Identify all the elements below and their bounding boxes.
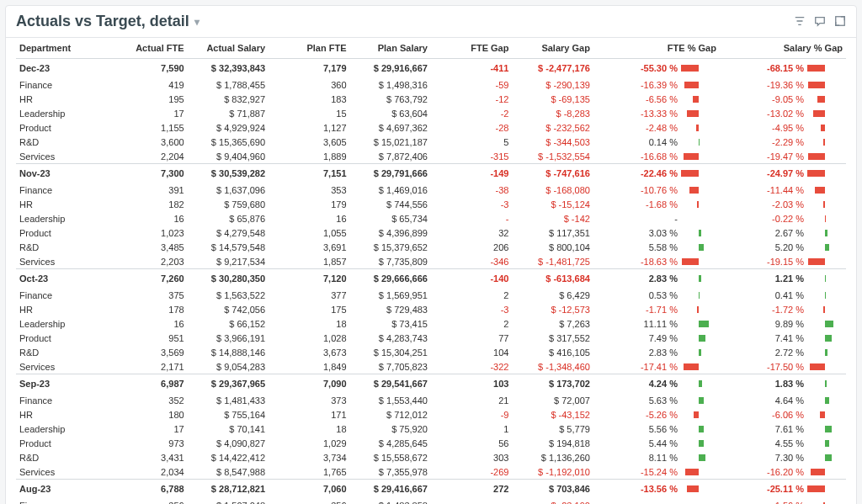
table-row[interactable]: R&D 3,485 $ 14,579,548 3,691 $ 15,379,65… bbox=[16, 240, 846, 254]
pct-value: -17.50 % bbox=[767, 362, 804, 372]
col-salary-pct-gap[interactable]: Salary % Gap bbox=[720, 38, 846, 59]
pct-value: - bbox=[674, 501, 678, 505]
pct-value: 5.63 % bbox=[649, 395, 678, 406]
group-row[interactable]: Oct-23 7,260 $ 30,280,350 7,120 $ 29,666… bbox=[16, 269, 846, 289]
table-row[interactable]: Leadership 17 $ 70,141 18 $ 75,920 1 $ 5… bbox=[16, 422, 846, 436]
bar-indicator bbox=[681, 363, 716, 371]
pct-value: 5.20 % bbox=[775, 242, 804, 252]
bar-indicator bbox=[807, 186, 843, 194]
pct-value: 11.11 % bbox=[644, 319, 678, 329]
table-row[interactable]: HR 180 $ 755,164 171 $ 712,012 -9 $ -43,… bbox=[16, 407, 846, 422]
pct-value: -1.56 % bbox=[772, 501, 804, 505]
pct-value: 7.30 % bbox=[775, 453, 804, 463]
bar-indicator bbox=[681, 334, 716, 342]
pct-value: -16.20 % bbox=[767, 467, 804, 477]
pct-value: 1.83 % bbox=[775, 379, 804, 389]
bar-indicator bbox=[681, 152, 716, 161]
pct-value: -10.76 % bbox=[641, 185, 678, 195]
table-row[interactable]: Finance 356 $ 1,507,048 356 $ 1,483,858 … bbox=[16, 498, 846, 504]
col-plan-salary[interactable]: Plan Salary bbox=[350, 38, 431, 59]
bar-indicator bbox=[807, 95, 843, 103]
pct-value: -19.47 % bbox=[767, 151, 804, 162]
pct-value: -1.71 % bbox=[646, 305, 678, 315]
pct-value: -2.03 % bbox=[772, 199, 804, 210]
dept-cell: HR bbox=[16, 197, 106, 211]
table-row[interactable]: Services 2,203 $ 9,217,534 1,857 $ 7,735… bbox=[16, 254, 846, 269]
pct-value: -13.02 % bbox=[767, 109, 804, 119]
group-row[interactable]: Aug-23 6,788 $ 28,712,821 7,060 $ 29,416… bbox=[16, 480, 846, 499]
table-row[interactable]: Services 2,204 $ 9,404,960 1,889 $ 7,872… bbox=[16, 149, 846, 164]
col-salary-gap[interactable]: Salary Gap bbox=[512, 38, 593, 59]
dept-cell: Leadership bbox=[16, 106, 106, 120]
dept-cell: Finance bbox=[16, 288, 106, 302]
dept-cell: Finance bbox=[16, 498, 106, 504]
bar-indicator bbox=[807, 138, 843, 146]
group-row[interactable]: Sep-23 6,987 $ 29,367,965 7,090 $ 29,541… bbox=[16, 374, 846, 394]
panel-title-text: Actuals vs Target, detail bbox=[16, 13, 189, 30]
bar-indicator bbox=[807, 454, 843, 462]
table-row[interactable]: Product 973 $ 4,090,827 1,029 $ 4,285,64… bbox=[16, 436, 846, 450]
group-row[interactable]: Nov-23 7,300 $ 30,539,282 7,151 $ 29,791… bbox=[16, 164, 846, 183]
table-row[interactable]: HR 195 $ 832,927 183 $ 763,792 -12 $ -69… bbox=[16, 92, 846, 106]
col-plan-fte[interactable]: Plan FTE bbox=[269, 38, 349, 59]
table-row[interactable]: Product 951 $ 3,966,191 1,028 $ 4,283,74… bbox=[16, 331, 846, 345]
bar-indicator bbox=[681, 274, 716, 283]
comment-icon[interactable] bbox=[814, 15, 826, 29]
col-actual-fte[interactable]: Actual FTE bbox=[106, 38, 187, 59]
bar-indicator bbox=[681, 379, 716, 388]
col-fte-pct-gap[interactable]: FTE % Gap bbox=[593, 38, 720, 59]
panel-title[interactable]: Actuals vs Target, detail ▾ bbox=[16, 13, 200, 30]
dept-cell: Product bbox=[16, 436, 106, 450]
table-row[interactable]: Leadership 16 $ 65,876 16 $ 65,734 - $ -… bbox=[16, 211, 846, 225]
table-row[interactable]: Finance 391 $ 1,637,096 353 $ 1,469,016 … bbox=[16, 183, 846, 197]
col-fte-gap[interactable]: FTE Gap bbox=[431, 38, 512, 59]
expand-icon[interactable] bbox=[834, 15, 846, 29]
bar-indicator bbox=[681, 501, 716, 505]
table-row[interactable]: R&D 3,431 $ 14,422,412 3,734 $ 15,558,67… bbox=[16, 450, 846, 464]
table-row[interactable]: Leadership 17 $ 71,887 15 $ 63,604 -2 $ … bbox=[16, 106, 846, 120]
pct-value: -19.15 % bbox=[767, 257, 804, 267]
col-actual-salary[interactable]: Actual Salary bbox=[188, 38, 269, 59]
pct-value: -24.97 % bbox=[767, 168, 804, 178]
dept-cell: HR bbox=[16, 92, 106, 106]
dept-cell: HR bbox=[16, 407, 106, 422]
pct-value: -55.30 % bbox=[641, 63, 678, 73]
panel-header: Actuals vs Target, detail ▾ bbox=[6, 6, 856, 38]
dept-cell: Services bbox=[16, 149, 106, 164]
table-row[interactable]: R&D 3,569 $ 14,888,146 3,673 $ 15,304,25… bbox=[16, 345, 846, 359]
pct-value: 1.21 % bbox=[775, 273, 804, 284]
dept-cell: Leadership bbox=[16, 422, 106, 436]
table-row[interactable]: Services 2,034 $ 8,547,988 1,765 $ 7,355… bbox=[16, 464, 846, 480]
table-row[interactable]: Product 1,023 $ 4,279,548 1,055 $ 4,396,… bbox=[16, 225, 846, 240]
table-row[interactable]: HR 178 $ 742,056 175 $ 729,483 -3 $ -12,… bbox=[16, 302, 846, 316]
pct-value: -6.56 % bbox=[646, 94, 678, 104]
report-panel: Actuals vs Target, detail ▾ Department A… bbox=[5, 5, 857, 504]
table-row[interactable]: Leadership 16 $ 66,152 18 $ 73,415 2 $ 7… bbox=[16, 316, 846, 331]
dept-cell: R&D bbox=[16, 345, 106, 359]
bar-indicator bbox=[681, 200, 716, 209]
dept-cell: HR bbox=[16, 302, 106, 316]
table-row[interactable]: Services 2,171 $ 9,054,283 1,849 $ 7,705… bbox=[16, 359, 846, 374]
bar-indicator bbox=[807, 243, 843, 252]
group-row[interactable]: Dec-23 7,590 $ 32,393,843 7,179 $ 29,916… bbox=[16, 59, 846, 78]
table-row[interactable]: Finance 419 $ 1,788,455 360 $ 1,498,316 … bbox=[16, 77, 846, 92]
table-row[interactable]: Finance 352 $ 1,481,433 373 $ 1,553,440 … bbox=[16, 393, 846, 407]
panel-actions bbox=[794, 15, 846, 29]
filter-icon[interactable] bbox=[794, 15, 806, 29]
pct-value: 0.53 % bbox=[649, 290, 678, 300]
pct-value: 5.58 % bbox=[649, 242, 678, 252]
bar-indicator bbox=[807, 229, 843, 237]
col-department[interactable]: Department bbox=[16, 38, 106, 59]
dept-cell: R&D bbox=[16, 450, 106, 464]
table-row[interactable]: R&D 3,600 $ 15,365,690 3,605 $ 15,021,18… bbox=[16, 135, 846, 149]
pct-value: 5.44 % bbox=[649, 438, 678, 448]
pct-value: -25.11 % bbox=[767, 484, 804, 494]
table-row[interactable]: HR 182 $ 759,680 179 $ 744,556 -3 $ -15,… bbox=[16, 197, 846, 211]
bar-indicator bbox=[681, 439, 716, 448]
dept-cell: Services bbox=[16, 359, 106, 374]
table-row[interactable]: Finance 375 $ 1,563,522 377 $ 1,569,951 … bbox=[16, 288, 846, 302]
pct-value: -13.33 % bbox=[641, 109, 678, 119]
group-label: Aug-23 bbox=[16, 480, 106, 499]
bar-indicator bbox=[807, 200, 843, 209]
table-row[interactable]: Product 1,155 $ 4,929,924 1,127 $ 4,697,… bbox=[16, 120, 846, 135]
